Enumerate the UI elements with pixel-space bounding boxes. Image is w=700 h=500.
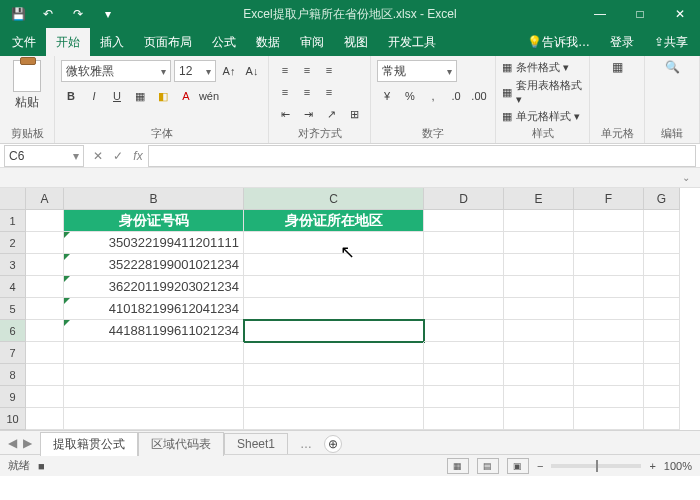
sheet-tab-2[interactable]: 区域代码表 [138,432,224,456]
col-header-d[interactable]: D [424,188,504,210]
tab-developer[interactable]: 开发工具 [378,28,446,56]
qat-more-button[interactable]: ▾ [96,3,120,25]
cell-f1[interactable] [574,210,644,232]
cell-b2[interactable]: 350322199411201111 [64,232,244,254]
macro-record-button[interactable]: ■ [38,460,45,472]
name-box[interactable]: C6 [4,145,84,167]
share-button[interactable]: ⇪ 共享 [644,28,698,56]
underline-button[interactable]: U [107,86,127,106]
row-header-2[interactable]: 2 [0,232,26,254]
cell-b10[interactable] [64,408,244,430]
bold-button[interactable]: B [61,86,81,106]
view-layout-button[interactable]: ▤ [477,458,499,474]
currency-button[interactable]: ¥ [377,86,397,106]
grid[interactable]: A B C D E F G 1 身份证号码 身份证所在地区 2 35032219… [0,188,700,430]
row-header-7[interactable]: 7 [0,342,26,364]
cell-f4[interactable] [574,276,644,298]
cell-d10[interactable] [424,408,504,430]
comma-button[interactable]: , [423,86,443,106]
save-button[interactable]: 💾 [6,3,30,25]
cell-c1[interactable]: 身份证所在地区 [244,210,424,232]
row-header-9[interactable]: 9 [0,386,26,408]
cell-f9[interactable] [574,386,644,408]
col-header-c[interactable]: C [244,188,424,210]
cell-d2[interactable] [424,232,504,254]
paste-button[interactable]: 粘贴 [6,60,48,111]
row-header-1[interactable]: 1 [0,210,26,232]
indent-button[interactable]: ⇥ [298,104,318,124]
fill-color-button[interactable]: ◧ [153,86,173,106]
cell-c2[interactable] [244,232,424,254]
cell-d5[interactable] [424,298,504,320]
cell-c9[interactable] [244,386,424,408]
sheet-tab-more[interactable]: … [288,434,324,454]
cell-c3[interactable] [244,254,424,276]
cell-e2[interactable] [504,232,574,254]
fx-button[interactable]: fx [128,146,148,166]
cell-a7[interactable] [26,342,64,364]
undo-button[interactable]: ↶ [36,3,60,25]
cell-f10[interactable] [574,408,644,430]
align-right-button[interactable]: ≡ [319,82,339,102]
font-size-dropdown[interactable]: 12 [174,60,216,82]
cell-b4[interactable]: 362201199203021234 [64,276,244,298]
cell-f3[interactable] [574,254,644,276]
cell-e5[interactable] [504,298,574,320]
cell-a6[interactable] [26,320,64,342]
cell-f5[interactable] [574,298,644,320]
cell-b9[interactable] [64,386,244,408]
col-header-e[interactable]: E [504,188,574,210]
cell-g3[interactable] [644,254,680,276]
cell-f2[interactable] [574,232,644,254]
zoom-slider[interactable] [551,464,641,468]
enter-formula-button[interactable]: ✓ [108,146,128,166]
cell-a8[interactable] [26,364,64,386]
formula-bar[interactable] [148,145,696,167]
formula-bar-expand[interactable]: ⌄ [0,168,700,188]
cell-g1[interactable] [644,210,680,232]
cell-e6[interactable] [504,320,574,342]
row-header-3[interactable]: 3 [0,254,26,276]
cell-d7[interactable] [424,342,504,364]
col-header-f[interactable]: F [574,188,644,210]
cell-d3[interactable] [424,254,504,276]
add-sheet-button[interactable]: ⊕ [324,435,342,453]
merge-button[interactable]: ⊞ [344,104,364,124]
row-header-4[interactable]: 4 [0,276,26,298]
cancel-formula-button[interactable]: ✕ [88,146,108,166]
sheet-tab-1[interactable]: 提取籍贯公式 [40,432,138,456]
col-header-g[interactable]: G [644,188,680,210]
cell-e3[interactable] [504,254,574,276]
cell-b1[interactable]: 身份证号码 [64,210,244,232]
cell-c6[interactable] [244,320,424,342]
zoom-level[interactable]: 100% [664,460,692,472]
font-color-button[interactable]: A [176,86,196,106]
border-button[interactable]: ▦ [130,86,150,106]
cell-a3[interactable] [26,254,64,276]
maximize-button[interactable]: □ [620,0,660,28]
cell-e8[interactable] [504,364,574,386]
cell-e7[interactable] [504,342,574,364]
cell-c10[interactable] [244,408,424,430]
cell-a1[interactable] [26,210,64,232]
decrease-font-button[interactable]: A↓ [242,61,262,81]
cell-e10[interactable] [504,408,574,430]
cell-g9[interactable] [644,386,680,408]
view-pagebreak-button[interactable]: ▣ [507,458,529,474]
cell-d8[interactable] [424,364,504,386]
orientation-button[interactable]: ↗ [321,104,341,124]
cell-g8[interactable] [644,364,680,386]
find-button[interactable]: 🔍 [651,60,693,74]
cell-c4[interactable] [244,276,424,298]
cell-e1[interactable] [504,210,574,232]
cell-g5[interactable] [644,298,680,320]
tab-data[interactable]: 数据 [246,28,290,56]
decrease-decimal-button[interactable]: .00 [469,86,489,106]
align-bottom-button[interactable]: ≡ [319,60,339,80]
sheet-tab-3[interactable]: Sheet1 [224,433,288,454]
cell-d4[interactable] [424,276,504,298]
row-header-8[interactable]: 8 [0,364,26,386]
cell-b8[interactable] [64,364,244,386]
cell-g6[interactable] [644,320,680,342]
login-button[interactable]: 登录 [600,28,644,56]
